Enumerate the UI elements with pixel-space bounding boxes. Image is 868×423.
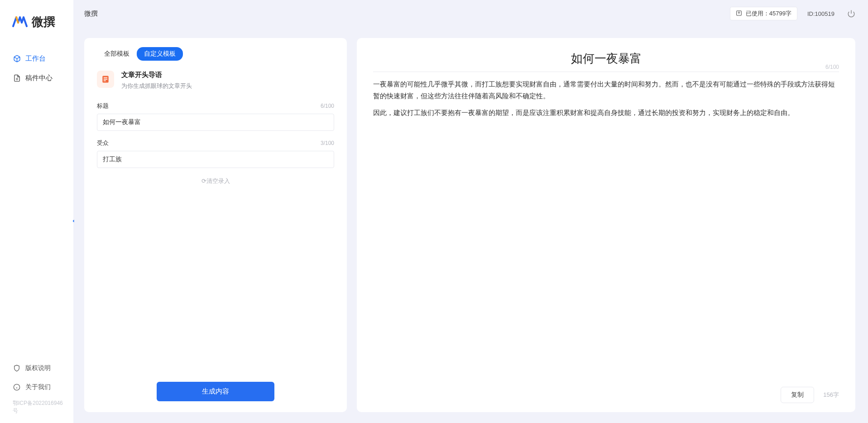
doc-icon: [13, 74, 21, 82]
logo-text: 微撰: [32, 14, 55, 30]
audience-counter: 3/100: [321, 140, 334, 146]
output-body: 一夜暴富的可能性几乎微乎其微，而打工族想要实现财富自由，通常需要付出大量的时间和…: [373, 78, 839, 119]
info-icon: [13, 383, 21, 391]
tabs: 全部模板 自定义模板: [97, 47, 334, 61]
logo: 微撰: [0, 14, 73, 43]
nav-item-workspace[interactable]: 工作台: [0, 49, 73, 68]
title-label-row: 标题 6/100: [97, 102, 334, 110]
nav-item-about[interactable]: 关于我们: [0, 378, 73, 397]
text-icon: [736, 10, 743, 17]
usage-label: 已使用：: [746, 10, 769, 18]
panel-left: 全部模板 自定义模板 文章开头导语 为你生成抓眼球的文章开头 标题 6/: [84, 38, 347, 412]
header-title: 微撰: [84, 10, 98, 18]
generate-button[interactable]: 生成内容: [157, 382, 274, 401]
svg-rect-9: [104, 77, 107, 78]
header: 微撰 已使用： 45799字 ID:100519: [73, 0, 868, 27]
output-paragraph: 因此，建议打工族们不要抱有一夜暴富的期望，而是应该注重积累财富和提高自身技能，通…: [373, 107, 839, 119]
svg-rect-11: [104, 81, 106, 82]
nav-item-label: 稿件中心: [25, 74, 53, 82]
header-id: ID:100519: [807, 10, 834, 17]
output-footer: 复制 156字: [373, 381, 839, 403]
template-desc: 为你生成抓眼球的文章开头: [121, 82, 192, 90]
template-icon: [97, 71, 114, 88]
copy-button[interactable]: 复制: [781, 387, 814, 403]
usage-value: 45799字: [769, 10, 791, 18]
char-count: 156字: [823, 391, 839, 399]
template-title: 文章开头导语: [121, 71, 192, 79]
panel-right: 如何一夜暴富 6/100 一夜暴富的可能性几乎微乎其微，而打工族想要实现财富自由…: [357, 38, 855, 412]
icp-text: 鄂ICP备2022016946号: [0, 397, 73, 418]
box-icon: [13, 55, 21, 63]
nav-item-label: 关于我们: [25, 383, 51, 391]
nav-item-label: 版权说明: [25, 364, 51, 372]
sidebar: 微撰 工作台 稿件中心 版权说明: [0, 0, 73, 423]
output-paragraph: 一夜暴富的可能性几乎微乎其微，而打工族想要实现财富自由，通常需要付出大量的时间和…: [373, 78, 839, 101]
tab-custom-templates[interactable]: 自定义模板: [137, 47, 183, 61]
sidebar-footer: 版权说明 关于我们 鄂ICP备2022016946号: [0, 359, 73, 423]
audience-label: 受众: [97, 139, 109, 147]
audience-label-row: 受众 3/100: [97, 139, 334, 147]
svg-rect-10: [104, 79, 107, 80]
content: 全部模板 自定义模板 文章开头导语 为你生成抓眼球的文章开头 标题 6/: [73, 27, 868, 423]
shield-icon: [13, 364, 21, 372]
collapse-sidebar-icon[interactable]: [71, 217, 77, 224]
template-info: 文章开头导语 为你生成抓眼球的文章开头: [97, 71, 334, 90]
nav-item-label: 工作台: [25, 54, 46, 63]
audience-input[interactable]: [97, 151, 334, 168]
title-label: 标题: [97, 102, 109, 110]
nav: 工作台 稿件中心: [0, 43, 73, 359]
form: 标题 6/100 受众 3/100 ⟳清空录入: [97, 102, 334, 185]
main: 微撰 已使用： 45799字 ID:100519 全部模板 自定义模板: [73, 0, 868, 423]
output-title-row: 如何一夜暴富 6/100: [373, 51, 839, 72]
power-icon[interactable]: [847, 10, 855, 18]
usage-chip[interactable]: 已使用： 45799字: [730, 7, 797, 20]
title-input[interactable]: [97, 114, 334, 131]
title-counter: 6/100: [321, 103, 334, 109]
output-title: 如何一夜暴富: [373, 51, 839, 67]
tab-all-templates[interactable]: 全部模板: [97, 47, 137, 61]
logo-icon: [12, 14, 28, 30]
output-title-counter: 6/100: [825, 64, 839, 70]
nav-item-copyright[interactable]: 版权说明: [0, 359, 73, 378]
clear-inputs-link[interactable]: ⟳清空录入: [97, 177, 334, 185]
nav-item-drafts[interactable]: 稿件中心: [0, 68, 73, 88]
